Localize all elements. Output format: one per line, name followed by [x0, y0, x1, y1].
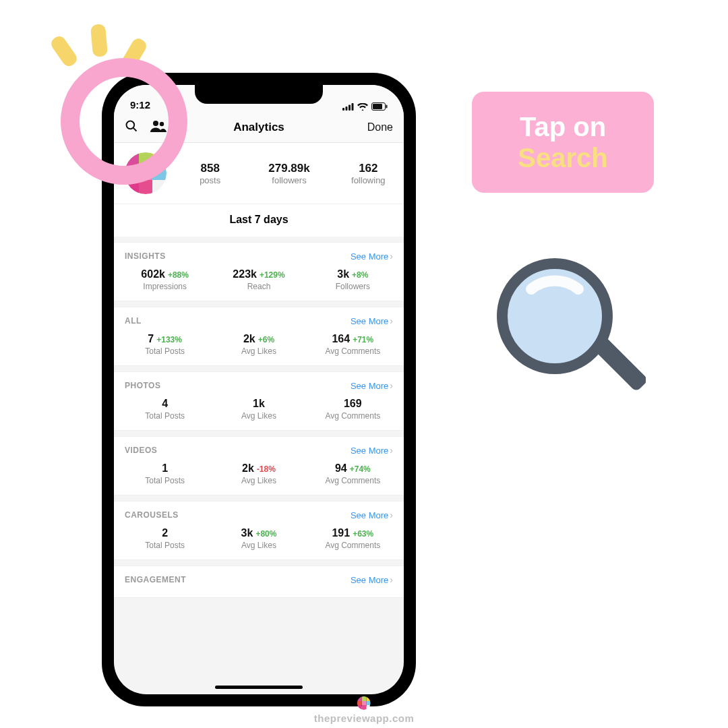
metric-label: Total Posts [118, 346, 212, 356]
following-value: 162 [333, 162, 404, 175]
metric-value: 1 [162, 462, 168, 474]
metric-label: Avg Comments [306, 411, 400, 421]
status-icons [342, 102, 388, 111]
see-more-link[interactable]: See More› [351, 445, 393, 456]
footer-text: thepreviewapp.com [314, 712, 415, 724]
callout-line-2: Search [518, 142, 607, 173]
metric: 2Total Posts [118, 527, 212, 550]
see-more-link[interactable]: See More› [351, 510, 393, 520]
metric-delta: +133% [156, 335, 182, 344]
metric-delta: +6% [258, 335, 274, 344]
chevron-right-icon: › [390, 315, 393, 326]
section-title: ALL [125, 316, 142, 326]
metric-value: 191 [332, 527, 350, 539]
instruction-callout: Tap on Search [472, 92, 654, 193]
metric-label: Reach [212, 282, 305, 291]
home-indicator [215, 686, 303, 689]
section-title: INSIGHTS [125, 251, 166, 261]
metric: 602k+88%Impressions [118, 268, 212, 291]
metric-value: 169 [344, 398, 362, 409]
screen: 9:12 Analytics Done [114, 85, 404, 694]
section-title: PHOTOS [125, 381, 160, 390]
wifi-icon [357, 103, 368, 111]
metric-value: 2k [242, 462, 254, 474]
metric: 191+63%Avg Comments [306, 527, 400, 550]
metric-delta: -18% [257, 464, 276, 474]
metric-label: Avg Comments [306, 476, 400, 485]
section-engagement: ENGAGEMENTSee More› [114, 566, 404, 598]
metric: 1kAvg Likes [212, 398, 305, 421]
see-more-link[interactable]: See More› [351, 315, 393, 326]
metric-delta: +74% [350, 464, 371, 474]
metric: 169Avg Comments [306, 398, 400, 421]
section-carousels: CAROUSELSSee More›2Total Posts3k+80%Avg … [114, 501, 404, 560]
metric: 3k+8%Followers [306, 268, 400, 291]
svg-rect-5 [373, 104, 382, 109]
page-title: Analytics [233, 121, 284, 134]
metric-label: Avg Comments [306, 346, 400, 356]
metric-delta: +129% [260, 270, 285, 280]
svg-rect-1 [346, 107, 348, 111]
done-button[interactable]: Done [367, 121, 393, 133]
metric: 2k-18%Avg Likes [212, 462, 305, 485]
metric-delta: +71% [353, 335, 373, 344]
metric-value: 164 [332, 333, 350, 344]
svg-rect-0 [342, 108, 344, 111]
metric-label: Total Posts [118, 411, 212, 421]
followers-label: followers [253, 175, 324, 185]
metric-label: Avg Comments [306, 541, 400, 550]
section-title: VIDEOS [125, 446, 157, 455]
notch [195, 85, 323, 104]
metric: 7+133%Total Posts [118, 333, 212, 356]
metric-label: Total Posts [118, 541, 212, 550]
posts-label: posts [175, 175, 245, 185]
metric: 94+74%Avg Comments [306, 462, 400, 485]
svg-rect-3 [352, 103, 354, 111]
see-more-link[interactable]: See More› [351, 251, 393, 262]
metric-value: 1k [253, 398, 265, 409]
sparkle-stroke [49, 34, 80, 69]
posts-value: 858 [175, 162, 245, 175]
metric-label: Impressions [118, 282, 212, 291]
metric: 1Total Posts [118, 462, 212, 485]
svg-rect-2 [348, 104, 351, 111]
section-photos: PHOTOSSee More›4Total Posts1kAvg Likes16… [114, 371, 404, 431]
svg-rect-6 [386, 105, 388, 109]
chevron-right-icon: › [390, 510, 393, 520]
footer: thepreviewapp.com [314, 696, 415, 724]
svg-rect-12 [590, 334, 646, 392]
metric-value: 3k [337, 268, 349, 280]
metric-value: 3k [241, 527, 253, 539]
highlight-circle [61, 58, 187, 185]
chevron-right-icon: › [390, 445, 393, 456]
section-videos: VIDEOSSee More›1Total Posts2k-18%Avg Lik… [114, 436, 404, 495]
footer-logo [357, 696, 371, 710]
metric-label: Avg Likes [212, 541, 305, 550]
metric: 164+71%Avg Comments [306, 333, 400, 356]
metric-delta: +8% [352, 270, 368, 280]
metric-delta: +63% [353, 529, 373, 539]
battery-icon [371, 102, 388, 111]
metric-value: 223k [233, 268, 257, 280]
chevron-right-icon: › [390, 251, 393, 262]
metric: 3k+80%Avg Likes [212, 527, 305, 550]
following-label: following [333, 175, 404, 185]
metric-label: Avg Likes [212, 346, 305, 356]
metric: 4Total Posts [118, 398, 212, 421]
signal-icon [342, 103, 354, 111]
following-stat[interactable]: 162 following [333, 162, 404, 185]
section-title: CAROUSELS [125, 510, 179, 520]
period-label: Last 7 days [114, 204, 404, 242]
metric-delta: +88% [168, 270, 189, 280]
see-more-link[interactable]: See More› [351, 574, 393, 585]
section-all: ALLSee More›7+133%Total Posts2k+6%Avg Li… [114, 307, 404, 366]
metric-label: Avg Likes [212, 411, 305, 421]
metric-label: Followers [306, 282, 400, 291]
followers-stat[interactable]: 279.89k followers [253, 162, 324, 185]
section-insights: INSIGHTSSee More›602k+88%Impressions223k… [114, 242, 404, 301]
chevron-right-icon: › [390, 380, 393, 391]
posts-stat[interactable]: 858 posts [175, 162, 245, 185]
metric: 223k+129%Reach [212, 268, 305, 291]
metric-value: 94 [335, 462, 347, 474]
see-more-link[interactable]: See More› [351, 380, 393, 391]
